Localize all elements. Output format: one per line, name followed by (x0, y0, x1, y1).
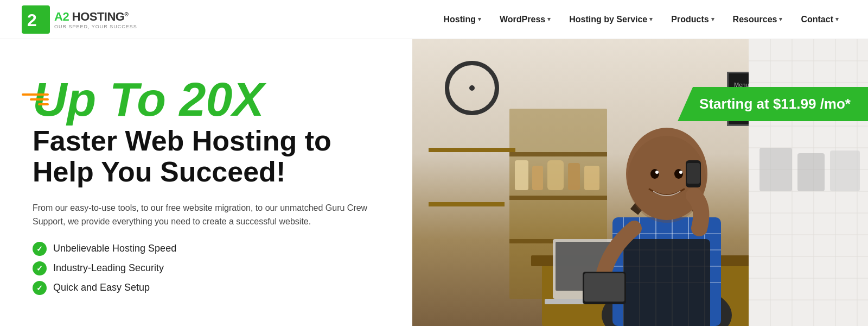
logo[interactable]: 2 A2 HOSTING® OUR SPEED, YOUR SUCCESS (22, 5, 137, 34)
feature-item-setup: Quick and Easy Setup (33, 281, 380, 295)
feature-label-setup: Quick and Easy Setup (53, 282, 150, 293)
chevron-down-icon: ▾ (711, 16, 714, 23)
accent-line-1 (22, 93, 49, 96)
hero-headline-top: Up To 20X (33, 76, 380, 123)
chevron-down-icon: ▾ (649, 16, 653, 23)
features-list: Unbelievable Hosting Speed Industry-Lead… (33, 242, 380, 295)
feature-item-security: Industry-Leading Security (33, 261, 380, 275)
nav-label-contact: Contact (801, 15, 833, 24)
accent-line-3 (38, 103, 49, 105)
feature-label-security: Industry-Leading Security (53, 262, 164, 274)
nav-item-wordpress[interactable]: WordPress ▾ (492, 10, 558, 29)
logo-text-area: A2 HOSTING® OUR SPEED, YOUR SUCCESS (54, 10, 137, 29)
svg-rect-16 (584, 166, 599, 190)
svg-rect-12 (515, 160, 528, 190)
nav-item-hosting-by-service[interactable]: Hosting by Service ▾ (561, 10, 660, 29)
svg-rect-14 (547, 160, 564, 190)
svg-rect-64 (797, 153, 825, 191)
nav-label-hosting-by-service: Hosting by Service (569, 15, 647, 24)
nav-item-contact[interactable]: Contact ▾ (793, 10, 846, 29)
hero-left: Up To 20X Faster Web Hosting toHelp You … (0, 39, 412, 326)
svg-text:2: 2 (27, 10, 37, 30)
logo-tagline: OUR SPEED, YOUR SUCCESS (54, 24, 137, 29)
logo-icon: 2 (22, 5, 50, 34)
svg-rect-44 (584, 273, 624, 302)
check-icon-setup (33, 281, 47, 295)
svg-rect-10 (509, 196, 607, 200)
main-container: Up To 20X Faster Web Hosting toHelp You … (0, 39, 868, 326)
shelf-2 (429, 202, 505, 206)
nav-item-products[interactable]: Products ▾ (663, 10, 722, 29)
svg-rect-15 (568, 163, 580, 190)
nav-label-hosting: Hosting (443, 15, 476, 24)
nav-item-hosting[interactable]: Hosting ▾ (436, 10, 489, 29)
tile-wall (749, 39, 868, 326)
main-nav: Hosting ▾ WordPress ▾ Hosting by Service… (436, 10, 846, 29)
nav-label-wordpress: WordPress (500, 15, 545, 24)
svg-point-38 (674, 169, 683, 179)
nav-item-resources[interactable]: Resources ▾ (725, 10, 790, 29)
chevron-down-icon: ▾ (478, 16, 481, 23)
starting-banner[interactable]: Starting at $11.99 /mo* (678, 87, 868, 121)
feature-label-speed: Unbelievable Hosting Speed (53, 243, 176, 254)
svg-rect-9 (509, 152, 607, 156)
svg-rect-34 (623, 239, 710, 326)
svg-rect-42 (687, 163, 700, 184)
site-header: 2 A2 HOSTING® OUR SPEED, YOUR SUCCESS Ho… (0, 0, 868, 39)
svg-point-40 (679, 171, 682, 174)
hero-headline-bottom: Faster Web Hosting toHelp You Succeed! (33, 126, 380, 187)
chevron-down-icon: ▾ (835, 16, 839, 23)
chevron-down-icon: ▾ (547, 16, 551, 23)
svg-rect-65 (830, 151, 860, 191)
check-icon-security (33, 261, 47, 275)
chevron-down-icon: ▾ (779, 16, 782, 23)
svg-rect-63 (760, 148, 792, 191)
accent-line-2 (30, 98, 49, 101)
nav-label-resources: Resources (733, 15, 777, 24)
accent-decoration (22, 93, 49, 108)
hero-right: Menu Coffee $4.55 Latte $5.50 Espresso $… (412, 39, 868, 326)
svg-point-39 (655, 171, 659, 174)
feature-item-speed: Unbelievable Hosting Speed (33, 242, 380, 256)
hero-background: Menu Coffee $4.55 Latte $5.50 Espresso $… (412, 39, 868, 326)
logo-brand: A2 HOSTING® (54, 10, 137, 24)
hero-description: From our easy-to-use tools, to our free … (33, 201, 380, 229)
svg-point-37 (650, 169, 659, 179)
check-icon-speed (33, 242, 47, 256)
bicycle-wheel-decoration (445, 61, 499, 115)
svg-rect-13 (532, 166, 543, 190)
nav-label-products: Products (671, 15, 709, 24)
